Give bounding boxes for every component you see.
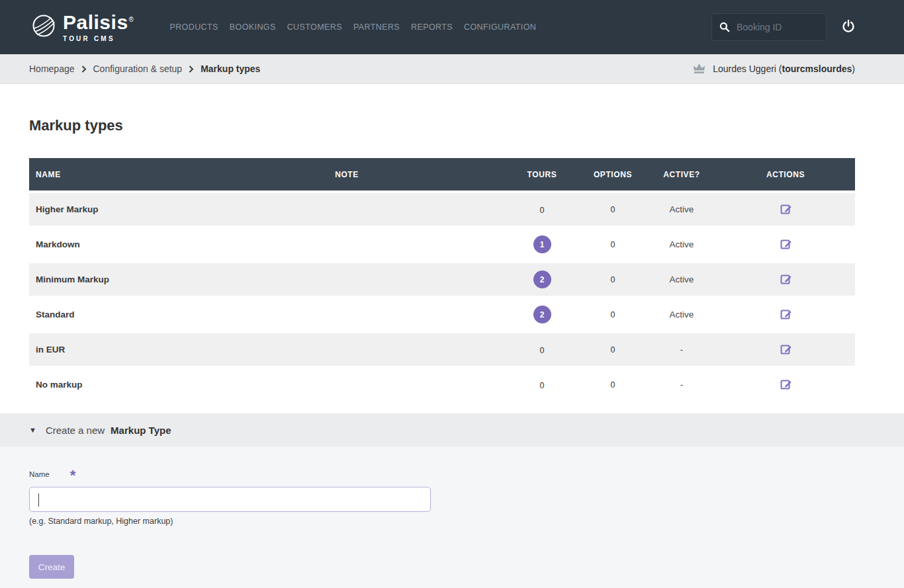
power-icon (842, 19, 855, 35)
name-field-label: Name (29, 470, 50, 478)
edit-icon (780, 343, 792, 357)
table-header-row: NAMENOTETOURSOPTIONSACTIVE?ACTIONS (29, 158, 855, 190)
column-header-options: OPTIONS (578, 170, 647, 179)
row-actions (716, 201, 855, 218)
booking-id-input[interactable] (735, 21, 819, 33)
top-header: Palisis® TOUR CMS PRODUCTSBOOKINGSCUSTOM… (0, 0, 904, 54)
row-tours: 2 (506, 306, 578, 323)
brand-text: Palisis® TOUR CMS (63, 13, 134, 42)
search-icon (719, 22, 730, 32)
row-active-status: - (647, 380, 716, 390)
edit-row-button[interactable] (778, 201, 793, 218)
registered-mark: ® (129, 16, 134, 23)
name-input-wrap (29, 487, 431, 512)
booking-search-box (711, 13, 827, 41)
user-name: Lourdes Uggeri (tourcmslourdes) (713, 63, 855, 74)
row-actions (716, 236, 855, 253)
row-options: 0 (578, 240, 647, 249)
page: Palisis® TOUR CMS PRODUCTSBOOKINGSCUSTOM… (0, 0, 904, 588)
edit-icon (780, 273, 792, 287)
collapse-caret-icon: ▼ (29, 426, 36, 434)
column-header-active: ACTIVE? (647, 170, 716, 179)
tours-count: 0 (540, 381, 545, 390)
logout-button[interactable] (842, 19, 855, 35)
edit-icon (780, 308, 792, 322)
row-active-status: Active (647, 204, 716, 214)
main-nav: PRODUCTSBOOKINGSCUSTOMERSPARTNERSREPORTS… (169, 22, 536, 32)
required-asterisk: * (70, 470, 76, 480)
row-tours: 0 (506, 204, 578, 216)
breadcrumb-separator-icon (189, 65, 194, 73)
page-title: Markup types (29, 117, 855, 134)
table-row: in EUR00- (29, 333, 855, 366)
row-actions (716, 376, 855, 394)
brand-logo[interactable]: Palisis® TOUR CMS (29, 12, 134, 42)
row-options: 0 (578, 205, 647, 214)
row-actions (716, 306, 855, 323)
create-button[interactable]: Create (29, 555, 74, 579)
crown-icon (692, 62, 706, 76)
row-tours: 2 (506, 271, 578, 288)
edit-row-button[interactable] (778, 376, 793, 394)
row-tours: 0 (506, 344, 578, 356)
tours-count: 0 (540, 346, 545, 355)
table-row: Standard20Active (29, 298, 855, 331)
row-active-status: - (647, 345, 716, 355)
breadcrumb-item[interactable]: Configuration & setup (93, 63, 183, 74)
row-name: Standard (29, 310, 188, 319)
name-field-hint: (e.g. Standard markup, Higher markup) (29, 517, 875, 526)
table-row: No markup00- (29, 368, 855, 401)
edit-row-button[interactable] (778, 236, 793, 253)
row-actions (716, 271, 855, 288)
nav-item-customers[interactable]: CUSTOMERS (287, 22, 342, 32)
tours-count: 0 (540, 206, 545, 215)
name-field-label-row: Name * (29, 446, 875, 480)
create-section-header[interactable]: ▼ Create a new Markup Type (0, 413, 904, 446)
user-info: Lourdes Uggeri (tourcmslourdes) (692, 62, 855, 76)
row-options: 0 (578, 345, 647, 355)
row-name: Markdown (29, 239, 188, 249)
column-header-tours: TOURS (506, 170, 578, 179)
edit-icon (780, 237, 792, 252)
tours-count-badge: 1 (533, 235, 551, 253)
edit-row-button[interactable] (778, 341, 793, 358)
edit-row-button[interactable] (778, 306, 793, 323)
row-name: No markup (29, 380, 188, 390)
row-options: 0 (578, 310, 647, 319)
edit-icon (780, 378, 792, 392)
row-name: in EUR (29, 345, 188, 355)
row-active-status: Active (647, 274, 716, 284)
row-name: Minimum Markup (29, 274, 188, 284)
tours-count-badge: 2 (533, 306, 551, 323)
nav-item-partners[interactable]: PARTNERS (353, 22, 400, 32)
text-caret (38, 493, 39, 507)
table-body: Higher Markup00ActiveMarkdown10ActiveMin… (29, 193, 855, 401)
row-options: 0 (578, 275, 647, 284)
column-header-note: NOTE (188, 170, 506, 179)
globe-logo-icon (29, 12, 58, 42)
nav-item-configuration[interactable]: CONFIGURATION (464, 22, 536, 32)
create-section-title: Create a new (46, 425, 105, 436)
row-name: Higher Markup (29, 204, 188, 214)
nav-item-bookings[interactable]: BOOKINGS (230, 22, 276, 32)
row-active-status: Active (647, 310, 716, 319)
nav-item-products[interactable]: PRODUCTS (169, 22, 218, 32)
breadcrumb: HomepageConfiguration & setupMarkup type… (29, 63, 260, 74)
create-section-title-emphasis: Markup Type (111, 425, 171, 436)
nav-item-reports[interactable]: REPORTS (411, 22, 453, 32)
edit-row-button[interactable] (778, 271, 793, 288)
markup-types-table: NAMENOTETOURSOPTIONSACTIVE?ACTIONS Highe… (29, 158, 855, 401)
breadcrumb-item: Markup types (201, 63, 260, 74)
main-content: Markup types NAMENOTETOURSOPTIONSACTIVE?… (0, 84, 904, 413)
table-row: Markdown10Active (29, 228, 855, 261)
column-header-name: NAME (29, 170, 188, 179)
breadcrumb-item[interactable]: Homepage (29, 63, 75, 74)
tours-count-badge: 2 (533, 271, 551, 288)
table-row: Minimum Markup20Active (29, 263, 855, 296)
name-input[interactable] (30, 487, 430, 511)
edit-icon (780, 202, 792, 217)
row-tours: 1 (506, 235, 578, 253)
row-tours: 0 (506, 379, 578, 391)
table-row: Higher Markup00Active (29, 193, 855, 226)
create-form: Name * (e.g. Standard markup, Higher mar… (0, 446, 904, 588)
